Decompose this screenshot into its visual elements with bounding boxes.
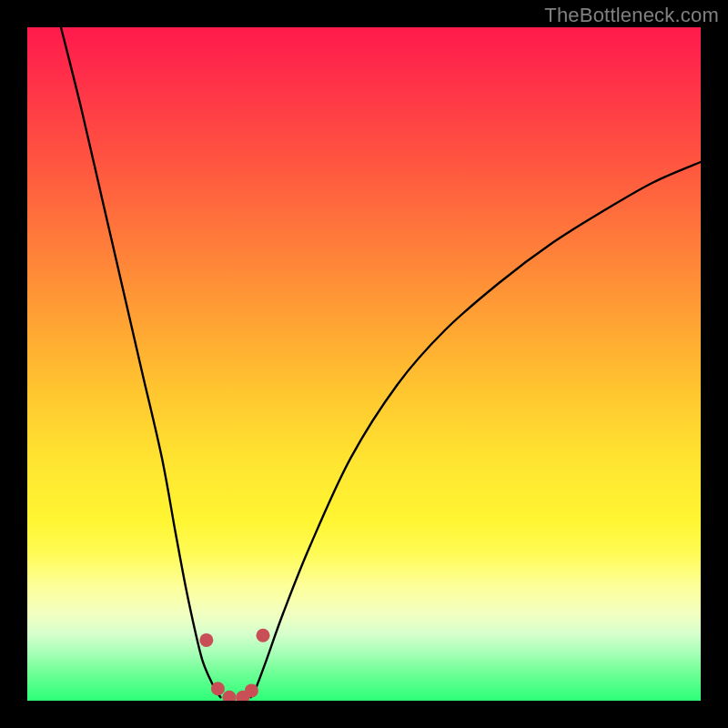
dot-mid-left [223,691,237,701]
chart-frame: TheBottleneck.com [0,0,728,728]
dot-left-lower [211,682,225,695]
dot-right-upper [257,629,270,642]
dot-right-lower [245,683,258,697]
plot-area [27,27,701,701]
marker-dots [199,629,269,701]
watermark-text: TheBottleneck.com [544,4,719,27]
dot-left-upper [199,633,213,647]
right-branch-curve [251,162,701,697]
left-branch-curve [61,27,220,697]
curve-layer [27,27,701,701]
